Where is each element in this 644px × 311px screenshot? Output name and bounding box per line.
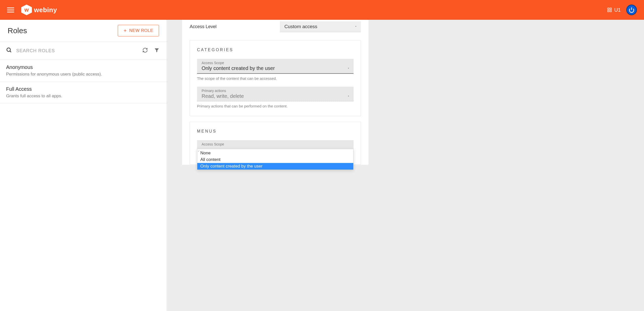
helper-text: The scope of the content that can be acc… [197, 76, 354, 81]
svg-rect-2 [7, 12, 14, 12]
menus-section: MENUS Access Scope None All content Only… [190, 122, 361, 165]
roles-list-header: Roles + NEW ROLE [0, 20, 167, 42]
logo-text: webiny [34, 6, 57, 14]
categories-primary-actions-select[interactable]: Primary actions Read, write, delete [197, 87, 354, 101]
menus-access-scope-dropdown: None All content Only content created by… [197, 149, 354, 170]
new-role-button[interactable]: + NEW ROLE [118, 25, 159, 36]
dropdown-option-only-user-content[interactable]: Only content created by the user [197, 163, 353, 170]
field-label: Primary actions [202, 89, 350, 93]
tenant-label: U1 [614, 7, 621, 13]
search-icon [6, 47, 12, 54]
plus-icon: + [124, 28, 127, 33]
page-title: Roles [8, 26, 27, 35]
access-level-row: Access Level Custom access [182, 20, 368, 37]
dropdown-option-none[interactable]: None [197, 149, 353, 156]
filter-button[interactable] [153, 46, 161, 55]
role-item[interactable]: Anonymous Permissions for anonymous user… [0, 60, 167, 82]
chevron-down-icon [347, 66, 350, 71]
dropdown-option-all-content[interactable]: All content [197, 156, 353, 163]
role-item-title: Full Access [6, 86, 161, 92]
menus-access-scope-select[interactable]: Access Scope [197, 140, 354, 149]
role-item-desc: Grants full access to all apps. [6, 94, 161, 99]
role-detail-panel: Access Level Custom access CATEGORIES Ac… [182, 20, 644, 311]
header-left: w webiny [7, 5, 57, 15]
svg-rect-3 [608, 8, 609, 10]
user-avatar[interactable] [626, 5, 637, 15]
categories-primary-actions-group: Primary actions Read, write, delete Prim… [197, 87, 354, 108]
app-header: w webiny U1 [0, 0, 644, 20]
roles-list-panel: Roles + NEW ROLE Anonymous Permissions f… [0, 20, 167, 311]
access-level-select[interactable]: Custom access [280, 21, 361, 32]
filter-icon [154, 47, 160, 53]
svg-rect-5 [608, 10, 609, 12]
chevron-down-icon [354, 24, 357, 29]
svg-rect-0 [7, 8, 14, 8]
menus-title: MENUS [197, 129, 354, 134]
categories-access-scope-group: Access Scope Only content created by the… [197, 59, 354, 81]
new-role-button-label: NEW ROLE [129, 28, 153, 33]
helper-text: Primary actions that can be performed on… [197, 104, 354, 108]
role-item[interactable]: Full Access Grants full access to all ap… [0, 82, 167, 103]
detail-card: Access Level Custom access CATEGORIES Ac… [182, 20, 368, 165]
role-item-title: Anonymous [6, 64, 161, 70]
svg-line-8 [10, 51, 11, 52]
search-row [0, 42, 167, 60]
categories-section: CATEGORIES Access Scope Only content cre… [190, 40, 361, 116]
menu-button[interactable] [7, 6, 14, 13]
refresh-icon [142, 47, 148, 53]
svg-rect-1 [7, 10, 14, 10]
body: Roles + NEW ROLE Anonymous Permissions f… [0, 20, 644, 311]
svg-rect-6 [610, 10, 612, 12]
menus-access-scope-wrap: Access Scope None All content Only conte… [197, 140, 354, 149]
access-level-label: Access Level [190, 24, 217, 29]
logo-hexagon-icon: w [21, 5, 32, 15]
categories-title: CATEGORIES [197, 48, 354, 52]
access-level-value: Custom access [284, 24, 317, 29]
search-input[interactable] [16, 48, 137, 53]
refresh-button[interactable] [141, 46, 149, 55]
chevron-down-icon [347, 94, 350, 99]
header-right: U1 [607, 5, 637, 15]
svg-rect-4 [610, 8, 612, 10]
role-item-desc: Permissions for anonymous users (public … [6, 72, 161, 77]
tenant-selector[interactable]: U1 [607, 7, 621, 13]
svg-point-7 [7, 48, 10, 51]
categories-access-scope-select[interactable]: Access Scope Only content created by the… [197, 59, 354, 74]
field-label: Access Scope [202, 142, 350, 146]
field-value: Read, write, delete [202, 93, 244, 99]
grid-icon [607, 7, 612, 12]
role-list: Anonymous Permissions for anonymous user… [0, 60, 167, 311]
panel-gap [167, 20, 182, 311]
field-value: Only content created by the user [202, 65, 275, 71]
field-label: Access Scope [202, 61, 350, 65]
webiny-logo[interactable]: w webiny [21, 5, 57, 15]
power-icon [628, 7, 635, 13]
